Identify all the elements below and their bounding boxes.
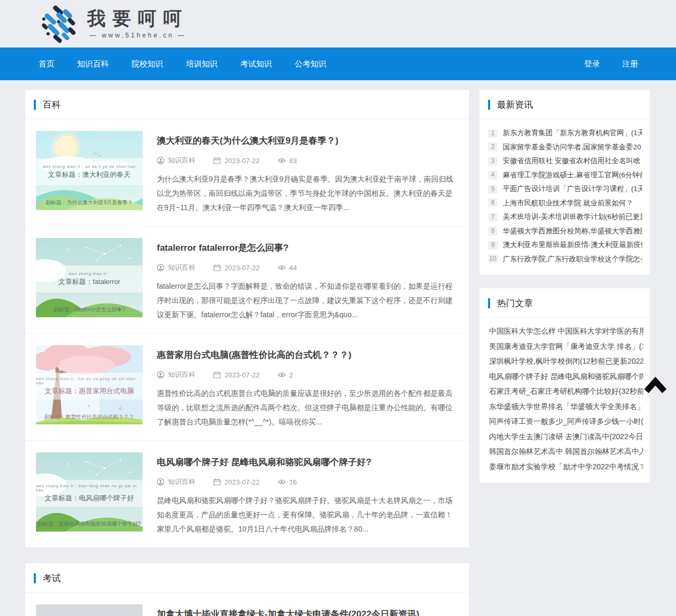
news-item[interactable]: 1新东方教育集团「新东方教育机构官网」(1天前已更新) [488, 126, 642, 140]
news-item[interactable]: 8华盛顿大学西雅图分校简称,华盛顿大学西雅图 [488, 224, 642, 239]
rank-badge: 10 [488, 254, 497, 263]
calendar-icon [213, 264, 221, 271]
article-title[interactable]: 澳大利亚的春天(为什么澳大利亚9月是春季？) [157, 135, 458, 147]
section-title: 热门文章 [497, 297, 533, 309]
exam-section-header: 考试 [25, 563, 469, 593]
exam-section-card: 考试 加拿大博士毕业直接拿绿卡-加拿大绿卡申请条件(2022今日新资讯) [25, 563, 469, 616]
thumbnail-subtitle: 副标题：fatalerror是怎么回事? [36, 306, 143, 314]
article-views: 16 [278, 478, 297, 486]
article-title[interactable]: 电风扇哪个牌子好 昆峰电风扇和骆驼风扇哪个牌子好? [157, 456, 458, 468]
eye-icon [278, 157, 286, 164]
hot-article-item[interactable]: 内地大学生去澳门读研 去澳门读高中(2022今日头条) [489, 429, 643, 444]
logo-url: — www.51hehe.cn — [89, 32, 186, 39]
thumbnail-caption-band: wen zhang biao ti : hui pu jia yong tai … [36, 373, 143, 400]
eye-icon [278, 264, 286, 271]
thumbnail-subtitle: 副标题：为什么澳大利亚9月是春季？ [36, 199, 143, 206]
thumbnail-pinyin: wen zhang biao ti : ao da li ya de chun … [43, 165, 136, 169]
nav-item-home[interactable]: 首页 [39, 59, 54, 69]
news-item[interactable]: 6上海市民航职业技术学院 就业前景如何？ [488, 196, 642, 211]
article-views: 44 [278, 264, 297, 272]
article-title[interactable]: 惠普家用台式电脑(惠普性价比高的台式机？？？) [157, 349, 458, 361]
article-item: wen zhang biao ti : 文章标题：fatalerror 副标题：… [25, 226, 469, 333]
article-item: wen zhang biao ti : ao da li ya de chun … [25, 119, 469, 226]
latest-news-card: 最新资讯 1新东方教育集团「新东方教育机构官网」(1天前已更新) 2国家留学基金… [480, 90, 650, 274]
baike-section-card: 百科 [25, 90, 469, 547]
hot-article-item[interactable]: 中国医科大学怎么样 中国医科大学对学医的有用吗 [489, 324, 643, 339]
news-item[interactable]: 4麻省理工学院游戏硕士,麻省理工官网(6分钟前已更新) [488, 168, 642, 183]
site-logo[interactable]: 我要呵呵 — www.51hehe.cn — [40, 4, 189, 43]
news-item[interactable]: 5平面广告设计培训「广告设计学习课程」(1天前已更新) [488, 182, 642, 196]
rank-badge: 5 [488, 185, 497, 194]
thumbnail-title: 文章标题：fatalerror [58, 277, 120, 287]
calendar-icon [213, 157, 221, 164]
thumbnail-subtitle: 副标题：昆峰电风扇和骆驼风扇哪个牌子好? [36, 520, 143, 528]
hot-article-item[interactable]: 美国康考迪亚大学官网「康考迪亚大学 排名」(10分钟前) [489, 339, 643, 354]
hot-article-item[interactable]: 深圳枫叶学校,枫叶学校倒闭(12秒前已更新2022) [489, 354, 643, 369]
article-date: 2023-07-22 [213, 157, 260, 165]
baike-section-header: 百科 [25, 90, 469, 119]
hot-articles-card: 热门文章 中国医科大学怎么样 中国医科大学对学医的有用吗 美国康考迪亚大学官网「… [480, 288, 650, 482]
rank-badge: 8 [488, 226, 497, 235]
article-date: 2023-07-22 [213, 371, 260, 379]
thumbnail-subtitle: 副标题：惠普性价比高的台式机？？？ [36, 413, 143, 421]
rank-badge: 6 [488, 198, 497, 207]
latest-news-list: 1新东方教育集团「新东方教育机构官网」(1天前已更新) 2国家留学基金委访问学者… [480, 119, 650, 274]
hot-article-item[interactable]: 同声传译工资一般多少_同声传译多少钱一小时(33秒前) [489, 414, 643, 429]
article-title[interactable]: 加拿大博士毕业直接拿绿卡-加拿大绿卡申请条件(2022今日新资讯) [157, 608, 458, 616]
thumbnail-caption-band: wen zhang biao ti : 文章标题：fatalerror [36, 266, 143, 292]
hot-article-item[interactable]: 石家庄考研_石家庄考研机构哪个比较好(32秒前已更新) [489, 384, 643, 399]
article-excerpt: 为什么澳大利亚9月是春季？澳大利亚9月确实是春季。因为澳大利亚处于南半球，南回归… [157, 172, 458, 215]
nav-item-kaoshi[interactable]: 考试知识 [240, 59, 272, 69]
nav-item-peixun[interactable]: 培训知识 [186, 59, 218, 69]
calendar-icon [213, 371, 221, 378]
article-category[interactable]: 知识百科 [157, 370, 195, 380]
thumbnail-pinyin: wen zhang biao ti : [69, 272, 109, 276]
eye-icon [278, 479, 286, 485]
article-date: 2023-07-22 [213, 478, 260, 486]
back-to-top-button[interactable] [644, 374, 667, 399]
article-excerpt: 昆峰电风扇和骆驼风扇哪个牌子好？骆驼风扇牌子好。骆驼风扇是十大名牌风扇之一，市场… [157, 494, 458, 536]
main-navbar: 首页 知识百科 院校知识 培训知识 考试知识 公考知识 登录 注册 [0, 48, 676, 80]
article-thumbnail[interactable]: wen zhang biao ti : hui pu jia yong tai … [36, 345, 143, 424]
news-item[interactable]: 10广东行政学院,广东行政职业学校这个学院怎么样 [488, 252, 642, 267]
news-item[interactable]: 2国家留学基金委访问学者,国家留学基金委20 [488, 140, 642, 155]
article-category[interactable]: 知识百科 [157, 477, 195, 487]
news-item[interactable]: 3安徽省信用联社 安徽省农村信用社全名叫啥 [488, 154, 642, 168]
nav-item-gongkao[interactable]: 公考知识 [295, 59, 326, 69]
accent-bar [34, 573, 36, 583]
section-title: 考试 [43, 572, 61, 584]
logo-title: 我要呵呵 [87, 9, 189, 27]
document-illustration [36, 604, 143, 616]
nav-item-yuanxiao[interactable]: 院校知识 [132, 59, 163, 69]
hot-article-item[interactable]: 韩国首尔翰林艺术高中 韩国首尔翰林艺术高中入学 [489, 444, 643, 459]
article-category[interactable]: 知识百科 [157, 156, 195, 165]
logo-icon [40, 4, 79, 43]
news-item[interactable]: 9澳大利亚布里斯班最新疫情-澳大利亚最新疫情 [488, 238, 642, 252]
nav-item-baike[interactable]: 知识百科 [77, 59, 109, 69]
thumbnail-caption-band: wen zhang biao ti : dian feng shan na ge… [36, 480, 143, 507]
article-thumbnail[interactable]: wen zhang biao ti : dian feng shan na ge… [36, 452, 143, 532]
article-views: 2 [278, 371, 293, 379]
article-category[interactable]: 知识百科 [157, 263, 195, 272]
eye-icon [278, 372, 286, 378]
news-item[interactable]: 7美术班培训-美术培训班教学计划(6秒前已更新) [488, 210, 642, 224]
calendar-icon [213, 478, 221, 486]
article-thumbnail[interactable] [36, 604, 143, 616]
thumbnail-caption-band: wen zhang biao ti : ao da li ya de chun … [36, 158, 143, 185]
author-icon [157, 264, 164, 271]
rank-badge: 2 [488, 143, 497, 151]
register-link[interactable]: 注册 [622, 59, 638, 69]
rank-badge: 4 [488, 170, 497, 179]
hot-article-item[interactable]: 东华盛顿大学世界排名「华盛顿大学全美排名」(6天前) [489, 399, 643, 414]
article-excerpt: 惠普性价比高的台式机惠普台式电脑的质量应该是很好的，至少所选用的各个配件都是最高… [157, 386, 458, 429]
author-icon [157, 157, 164, 164]
rank-badge: 9 [488, 241, 497, 250]
hot-articles-header: 热门文章 [480, 288, 650, 318]
section-title: 最新资讯 [497, 99, 533, 111]
login-link[interactable]: 登录 [584, 59, 600, 69]
hot-article-item[interactable]: 姜堰市励才实验学校「励才中学2022中考情况？」 [489, 459, 643, 475]
hot-article-item[interactable]: 电风扇哪个牌子好 昆峰电风扇和骆驼风扇哪个牌子好 [489, 369, 643, 384]
article-thumbnail[interactable]: wen zhang biao ti : 文章标题：fatalerror 副标题：… [36, 238, 143, 317]
article-title[interactable]: fatalerror fatalerror是怎么回事? [157, 242, 458, 254]
article-thumbnail[interactable]: wen zhang biao ti : ao da li ya de chun … [36, 131, 143, 210]
